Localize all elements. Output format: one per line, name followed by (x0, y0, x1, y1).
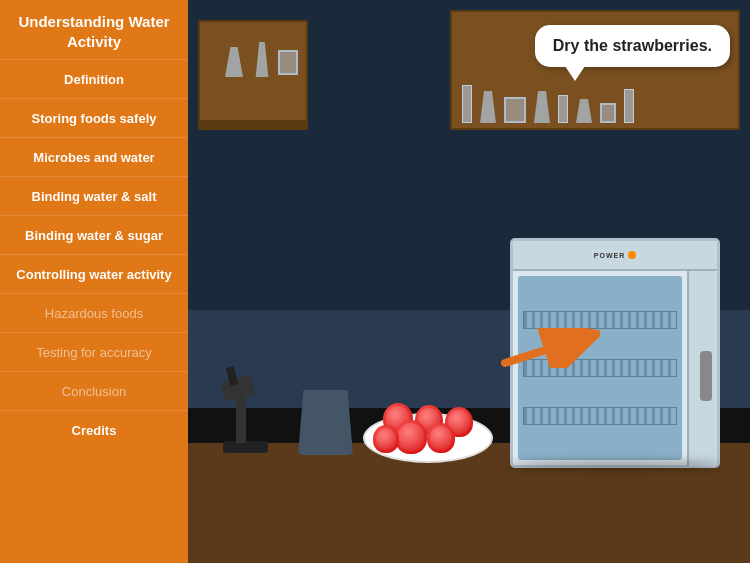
strawberry-4 (395, 420, 427, 454)
graduated3-icon (624, 89, 634, 123)
strawberry-6 (373, 425, 399, 453)
sidebar-item-testing[interactable]: Testing for accuracy (0, 332, 188, 371)
plate (363, 413, 493, 463)
flask-right-icon (480, 91, 496, 123)
sidebar-item-definition[interactable]: Definition (0, 59, 188, 98)
oven-door[interactable] (687, 271, 717, 466)
oven-shadow (508, 460, 722, 470)
microscope-head (221, 374, 255, 401)
speech-bubble: Dry the strawberries. (535, 25, 730, 67)
direction-arrow (500, 328, 600, 368)
sidebar-item-hazardous[interactable]: Hazardous foods (0, 293, 188, 332)
oven-top-panel: POWER (513, 241, 717, 271)
sidebar-title: Understanding Water Activity (0, 0, 188, 59)
cabinet-left (198, 20, 308, 130)
oven-power-led (628, 251, 636, 259)
scene: POWER (188, 0, 750, 563)
sidebar-item-binding-sugar[interactable]: Binding water & sugar (0, 215, 188, 254)
oven-rack-top (523, 311, 677, 329)
sidebar-item-controlling[interactable]: Controlling water activity (0, 254, 188, 293)
graduated-cylinder-icon (462, 85, 472, 123)
flask-icon (225, 47, 243, 77)
graduated2-icon (558, 95, 568, 123)
sidebar-item-storing-foods[interactable]: Storing foods safely (0, 98, 188, 137)
beaker-right-icon (504, 97, 526, 123)
oven-handle[interactable] (700, 351, 712, 401)
sidebar: Understanding Water Activity Definition … (0, 0, 188, 563)
flask2-icon (255, 42, 269, 77)
strawberry-5 (427, 423, 455, 453)
beaker-icon (278, 50, 298, 75)
microscope (218, 373, 273, 453)
sidebar-item-credits[interactable]: Credits (0, 410, 188, 449)
oven-power-label: POWER (594, 252, 625, 259)
sidebar-item-microbes-water[interactable]: Microbes and water (0, 137, 188, 176)
beaker-small-icon (600, 103, 616, 123)
bucket (298, 390, 353, 455)
arrow-container (500, 328, 600, 368)
flask-right3-icon (576, 99, 592, 123)
sidebar-item-conclusion[interactable]: Conclusion (0, 371, 188, 410)
speech-bubble-text: Dry the strawberries. (553, 37, 712, 54)
sidebar-item-binding-salt[interactable]: Binding water & salt (0, 176, 188, 215)
oven-rack-bottom (523, 407, 677, 425)
flask-right2-icon (534, 91, 550, 123)
main-content: POWER (188, 0, 750, 563)
svg-line-1 (505, 336, 590, 363)
